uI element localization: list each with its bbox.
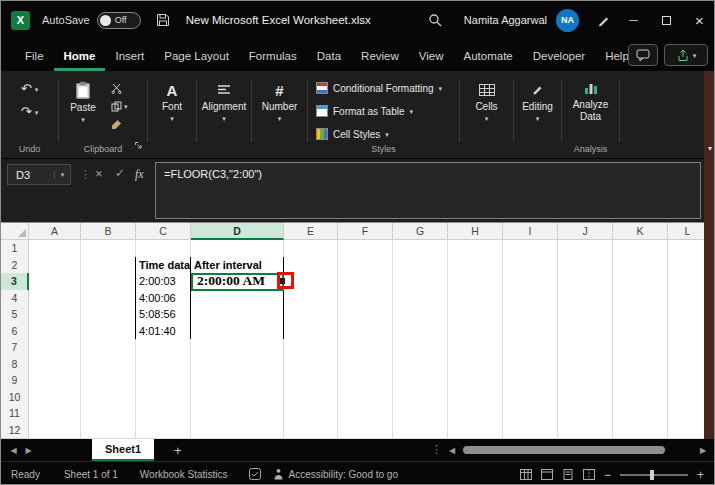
cell-D5[interactable] [191,306,284,324]
cell-H6[interactable] [448,323,503,341]
menu-tab-formulas[interactable]: Formulas [239,43,307,71]
cell-I11[interactable] [503,405,558,423]
cell-A3[interactable] [29,273,81,291]
select-all-button[interactable] [1,223,29,240]
cell-L1[interactable] [668,240,708,258]
zoom-slider[interactable] [620,474,688,476]
page-break-view-icon[interactable] [583,469,595,480]
pen-button[interactable] [597,13,611,27]
cell-E11[interactable] [284,405,338,423]
cell-H4[interactable] [448,290,503,308]
row-header-1[interactable]: 1 [1,240,29,258]
accessibility-button[interactable]: Accessibility: Good to go [273,468,398,480]
cell-K9[interactable] [613,372,668,390]
cell-B7[interactable] [81,339,136,357]
cell-G1[interactable] [393,240,448,258]
row-header-10[interactable]: 10 [1,389,29,407]
cell-D7[interactable] [191,339,284,357]
redo-button[interactable]: ↷ ▾ [1,105,58,119]
menu-tab-home[interactable]: Home [54,43,106,71]
sheet-tab-sheet1[interactable]: Sheet1 [92,439,154,461]
menu-tab-automate[interactable]: Automate [454,43,523,71]
cell-C4[interactable]: 4:00:06 [136,290,191,308]
cell-J3[interactable] [558,273,613,291]
cell-L3[interactable] [668,273,708,291]
close-button[interactable]: × [683,1,715,39]
cell-J5[interactable] [558,306,613,324]
cell-J7[interactable] [558,339,613,357]
cell-I7[interactable] [503,339,558,357]
cell-E7[interactable] [284,339,338,357]
cell-D1[interactable] [191,240,284,258]
cell-D8[interactable] [191,356,284,374]
cell-F4[interactable] [338,290,393,308]
cell-J10[interactable] [558,389,613,407]
row-header-5[interactable]: 5 [1,306,29,324]
cell-H9[interactable] [448,372,503,390]
formula-input[interactable]: =FLOOR(C3,"2:00") [155,162,701,219]
cell-B1[interactable] [81,240,136,258]
menu-tab-review[interactable]: Review [351,43,409,71]
cell-L6[interactable] [668,323,708,341]
cell-C8[interactable] [136,356,191,374]
cell-I8[interactable] [503,356,558,374]
cell-G11[interactable] [393,405,448,423]
cell-D4[interactable] [191,290,284,308]
cell-D6[interactable] [191,323,284,341]
sheet-nav-left-icon[interactable]: ◀ [6,446,21,455]
cell-G10[interactable] [393,389,448,407]
cell-L2[interactable] [668,257,708,275]
cell-J12[interactable] [558,422,613,440]
conditional-formatting-button[interactable]: Conditional Formatting ▾ [316,80,442,96]
cut-button[interactable] [111,83,122,94]
cell-I9[interactable] [503,372,558,390]
enter-button[interactable]: ✓ [115,166,125,180]
cell-K4[interactable] [613,290,668,308]
cell-I3[interactable] [503,273,558,291]
font-button[interactable]: A Font ▾ [148,81,196,122]
format-painter-button[interactable] [111,119,122,130]
cell-I2[interactable] [503,257,558,275]
avatar[interactable]: NA [556,9,579,32]
cell-C1[interactable] [136,240,191,258]
user-name[interactable]: Namita Aggarwal [464,14,547,26]
cell-L10[interactable] [668,389,708,407]
cell-C12[interactable] [136,422,191,440]
row-header-8[interactable]: 8 [1,356,29,374]
cell-K5[interactable] [613,306,668,324]
cell-A12[interactable] [29,422,81,440]
collapse-ribbon-icon[interactable]: ▾ [708,144,712,153]
cell-D9[interactable] [191,372,284,390]
cell-C7[interactable] [136,339,191,357]
cell-B2[interactable] [81,257,136,275]
cell-G6[interactable] [393,323,448,341]
column-header-H[interactable]: H [448,223,503,240]
alignment-button[interactable]: Alignment ▾ [197,81,251,122]
menu-tab-insert[interactable]: Insert [105,43,154,71]
cell-E1[interactable] [284,240,338,258]
cell-L8[interactable] [668,356,708,374]
cell-H7[interactable] [448,339,503,357]
cell-B10[interactable] [81,389,136,407]
cell-H3[interactable] [448,273,503,291]
cell-F7[interactable] [338,339,393,357]
cell-E5[interactable] [284,306,338,324]
copy-button[interactable]: ▾ [111,101,128,112]
cell-H10[interactable] [448,389,503,407]
cell-G12[interactable] [393,422,448,440]
cell-E9[interactable] [284,372,338,390]
cell-L5[interactable] [668,306,708,324]
zoom-out-button[interactable]: − [604,469,611,481]
analyze-data-button[interactable]: Analyze Data [562,79,619,122]
cell-B12[interactable] [81,422,136,440]
cell-E6[interactable] [284,323,338,341]
cell-A11[interactable] [29,405,81,423]
cell-C11[interactable] [136,405,191,423]
row-header-2[interactable]: 2 [1,257,29,275]
cell-D11[interactable] [191,405,284,423]
comments-button[interactable] [628,44,658,66]
cell-I12[interactable] [503,422,558,440]
cell-B8[interactable] [81,356,136,374]
add-sheet-button[interactable]: + [174,443,182,458]
cell-A2[interactable] [29,257,81,275]
